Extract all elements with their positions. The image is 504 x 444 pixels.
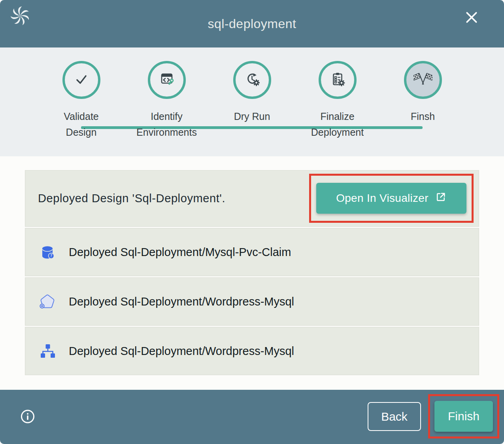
clipboard-gear-icon <box>328 70 347 90</box>
open-in-new-icon <box>435 191 447 206</box>
step-finish: Finsh <box>380 61 466 140</box>
close-button[interactable] <box>462 8 481 28</box>
step-dry-run: Dry Run <box>210 61 295 140</box>
deployed-design-row: Deployed Design 'Sql-Deployment'. Open I… <box>25 170 479 227</box>
check-icon <box>72 70 91 90</box>
code-config-icon <box>157 70 176 90</box>
step-label: Identify Environments <box>135 108 199 140</box>
checkered-flags-icon <box>413 70 432 90</box>
result-row-wordpress-mysql-1: Deployed Sql-Deployment/Wordpress-Mysql <box>25 277 479 326</box>
step-label: Finsh <box>411 108 435 124</box>
step-label: Dry Run <box>234 108 270 124</box>
info-button[interactable] <box>20 408 36 425</box>
stepper: Validate Design <box>0 47 504 156</box>
hierarchy-icon <box>38 342 57 361</box>
step-label: Validate Design <box>49 108 113 140</box>
pentagon-badge-icon <box>38 292 57 311</box>
info-icon <box>20 419 36 425</box>
result-row-text: Deployed Sql-Deployment/Wordpress-Mysql <box>69 345 294 358</box>
close-icon <box>464 21 479 27</box>
meshery-logo-icon <box>10 6 30 27</box>
finish-button[interactable]: Finish <box>434 401 493 432</box>
dialog-header: sql-deployment <box>0 0 504 47</box>
step-finalize-deployment: Finalize Deployment <box>295 61 380 140</box>
result-row-wordpress-mysql-2: Deployed Sql-Deployment/Wordpress-Mysql <box>25 327 479 375</box>
result-row-text: Deployed Sql-Deployment/Mysql-Pvc-Claim <box>69 246 291 259</box>
dialog-footer: Back Finish <box>0 390 504 444</box>
database-question-icon: ? <box>38 243 57 262</box>
result-row-text: Deployed Sql-Deployment/Wordpress-Mysql <box>69 295 294 308</box>
open-in-visualizer-button[interactable]: Open In Visualizer <box>316 183 466 214</box>
deployment-wizard-dialog: sql-deployment Validate Design <box>0 0 504 444</box>
step-label: Finalize Deployment <box>306 108 370 140</box>
step-validate-design: Validate Design <box>39 61 124 140</box>
back-button[interactable]: Back <box>368 402 421 431</box>
dry-run-icon <box>243 70 262 90</box>
svg-text:?: ? <box>50 253 53 258</box>
highlight-box-open-in-visualizer: Open In Visualizer <box>309 174 474 223</box>
highlight-box-finish: Finish <box>428 394 499 438</box>
results-panel: Deployed Design 'Sql-Deployment'. Open I… <box>0 156 504 390</box>
step-identify-environments: Identify Environments <box>124 61 210 140</box>
deployed-design-text: Deployed Design 'Sql-Deployment'. <box>25 192 225 205</box>
result-row-pvc-claim: ? Deployed Sql-Deployment/Mysql-Pvc-Clai… <box>25 228 479 276</box>
dialog-title: sql-deployment <box>0 17 504 31</box>
open-in-visualizer-label: Open In Visualizer <box>336 192 428 205</box>
